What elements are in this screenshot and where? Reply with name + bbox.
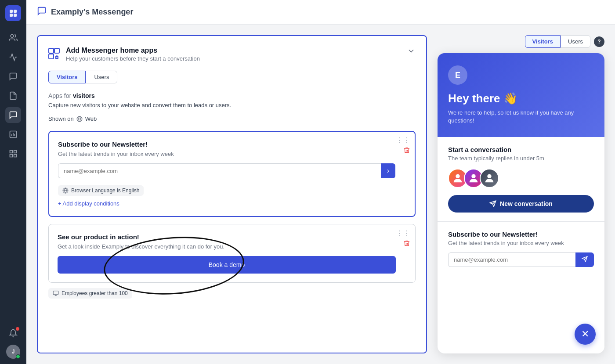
svg-rect-15 (49, 54, 54, 59)
sidebar: J (0, 0, 26, 364)
card2-title: See our product in action! (58, 233, 396, 241)
preview-tab-users[interactable]: Users (561, 35, 590, 48)
preview-tabs: Visitors Users ? (438, 35, 604, 48)
svg-point-26 (456, 174, 459, 178)
sidebar-item-inbox[interactable] (5, 107, 21, 123)
apps-for-label: Apps for visitors (48, 92, 416, 99)
demo-card: See our product in action! Get a look in… (48, 224, 416, 283)
left-panel: Add Messenger home apps Help your custom… (37, 35, 427, 353)
sidebar-item-notifications[interactable] (5, 325, 21, 341)
svg-rect-13 (49, 48, 54, 53)
right-panel: Visitors Users ? E Hey there 👋 We're her… (438, 35, 604, 353)
condition-area: Browser Language is English + Add displa… (58, 185, 395, 207)
preview-newsletter-input[interactable] (448, 252, 575, 267)
main-content: Examply's Messenger (26, 0, 615, 364)
sidebar-item-routing[interactable] (5, 49, 21, 65)
topbar-icon (37, 6, 47, 18)
svg-rect-14 (54, 48, 59, 53)
svg-rect-3 (14, 14, 17, 17)
preview-newsletter-form (448, 252, 594, 267)
sidebar-item-apps[interactable] (5, 146, 21, 162)
avatar-3 (480, 169, 499, 188)
tab-users[interactable]: Users (86, 71, 117, 83)
svg-point-28 (487, 174, 491, 178)
messenger-greeting: Hey there 👋 (448, 92, 594, 105)
drag-handle-2[interactable]: ⋮⋮ (396, 229, 410, 238)
panel-icon (48, 48, 61, 62)
svg-point-4 (11, 35, 14, 38)
delete-card-1[interactable] (403, 147, 410, 155)
svg-rect-9 (10, 151, 13, 153)
sidebar-logo (5, 5, 21, 21)
card2-desc: Get a look inside Examply to discover ev… (58, 243, 396, 250)
svg-rect-23 (53, 291, 58, 295)
team-avatars (448, 169, 594, 188)
svg-rect-2 (10, 14, 13, 17)
panel-header: Add Messenger home apps Help your custom… (48, 47, 416, 62)
svg-rect-12 (14, 155, 17, 157)
app-title: Examply's Messenger (51, 7, 133, 17)
messenger-subtext: We're here to help, so let us know if yo… (448, 109, 594, 125)
sidebar-item-notes[interactable] (5, 88, 21, 104)
audience-tabs: Visitors Users (48, 71, 416, 83)
panel-subtitle: Help your customers before they start a … (66, 55, 200, 62)
preview-newsletter-title: Subscribe to our Newsletter! (448, 231, 594, 238)
newsletter-card-wrapper: ⋮⋮ Subscribe to our Newsletter! Get the … (48, 131, 416, 217)
newsletter-card: Subscribe to our Newsletter! Get the lat… (48, 131, 416, 217)
tab-visitors[interactable]: Visitors (48, 71, 86, 83)
newsletter-input[interactable] (58, 163, 381, 178)
svg-point-27 (471, 174, 475, 178)
messenger-preview: E Hey there 👋 We're here to help, so let… (438, 53, 604, 353)
newsletter-submit[interactable]: › (381, 163, 395, 178)
newsletter-form: › (58, 163, 395, 178)
svg-rect-0 (10, 10, 13, 13)
preview-newsletter-desc: Get the latest trends in your inbox ever… (448, 240, 594, 246)
page-body: Add Messenger home apps Help your custom… (26, 25, 615, 364)
svg-rect-11 (10, 155, 13, 157)
drag-handle-1[interactable]: ⋮⋮ (396, 136, 410, 144)
start-convo-subtitle: The team typically replies in under 5m (448, 155, 594, 162)
svg-rect-1 (14, 10, 17, 13)
new-conversation-button[interactable]: New conversation (448, 195, 594, 213)
panel-header-left: Add Messenger home apps Help your custom… (48, 47, 200, 62)
card1-title: Subscribe to our Newsletter! (58, 141, 395, 148)
brand-icon: E (448, 65, 467, 85)
card2-condition: Employees greater than 100 (48, 288, 416, 302)
top-bar: Examply's Messenger (26, 0, 615, 25)
card2-condition-badge: Employees greater than 100 (48, 288, 132, 299)
card1-desc: Get the latest trends in your inbox ever… (58, 151, 395, 157)
start-convo-title: Start a conversation (448, 146, 594, 153)
book-demo-button[interactable]: Book a demo (58, 256, 396, 274)
close-messenger-button[interactable]: ✕ (575, 324, 596, 345)
sidebar-item-reports[interactable] (5, 126, 21, 142)
add-display-conditions[interactable]: + Add display conditions (58, 200, 119, 207)
start-conversation-card: Start a conversation The team typically … (438, 137, 604, 222)
preview-newsletter-submit[interactable] (575, 252, 594, 267)
collapse-button[interactable] (407, 47, 416, 58)
preview-tab-visitors[interactable]: Visitors (525, 35, 561, 48)
svg-rect-10 (14, 151, 17, 153)
sidebar-item-chat[interactable] (5, 68, 21, 84)
messenger-header: E Hey there 👋 We're here to help, so let… (438, 53, 604, 137)
condition-badge: Browser Language is English (58, 185, 144, 196)
panel-title-group: Add Messenger home apps Help your custom… (66, 47, 200, 62)
demo-card-wrapper: ⋮⋮ See our product in action! Get a look… (48, 224, 416, 302)
delete-card-2[interactable] (403, 240, 410, 249)
panel-title: Add Messenger home apps (66, 47, 200, 54)
preview-newsletter-card: Subscribe to our Newsletter! Get the lat… (438, 222, 604, 276)
user-avatar[interactable]: J (6, 345, 20, 359)
sidebar-item-users[interactable] (5, 30, 21, 46)
help-icon[interactable]: ? (594, 36, 604, 47)
apps-description: Capture new visitors to your website and… (48, 102, 416, 108)
shown-on: Shown on Web (48, 115, 416, 122)
